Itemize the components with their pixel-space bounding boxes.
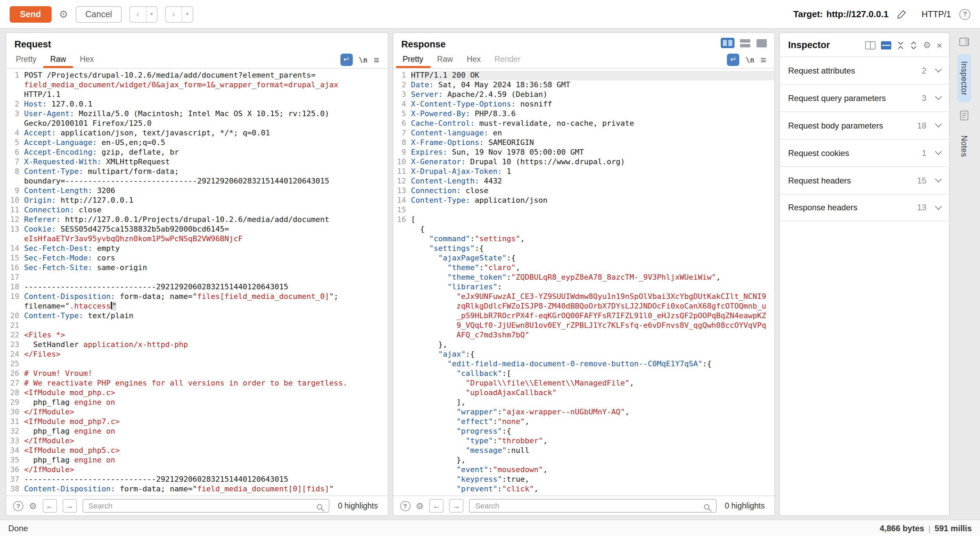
line-number	[393, 359, 411, 369]
inspector-header: Inspector ⚙ ×	[780, 33, 949, 56]
history-back-button[interactable]: ‹	[130, 6, 146, 22]
response-size: 4,866 bytes	[880, 523, 924, 533]
tab-request-pretty[interactable]: Pretty	[9, 51, 43, 68]
columns-layout-icon[interactable]	[721, 38, 735, 48]
line-number: 7	[393, 128, 411, 138]
response-search-input[interactable]	[475, 502, 700, 510]
line-number: 25	[6, 359, 24, 369]
chevron-down-icon	[935, 121, 942, 127]
search-settings-gear-icon[interactable]: ⚙	[29, 501, 37, 510]
request-search-input[interactable]	[88, 502, 313, 510]
line-number	[393, 311, 411, 321]
http-version-selector[interactable]: HTTP/1	[921, 9, 951, 19]
side-tab-inspector[interactable]: Inspector	[957, 54, 971, 102]
line-number: 30	[6, 408, 24, 417]
target-value: http://127.0.0.1	[826, 9, 889, 19]
line-number: 38	[6, 484, 24, 494]
code-line: 12Content-Length: 4432	[393, 177, 774, 186]
history-forward-dropdown-icon[interactable]: ▾	[182, 6, 192, 22]
code-line: 38Content-Disposition: form-data; name="…	[6, 484, 388, 494]
response-editor[interactable]: 1HTTP/1.1 200 OK2Date: Sat, 04 May 2024 …	[393, 69, 774, 495]
code-line: "keypress":true,	[393, 475, 774, 484]
burp-repeater-window: Send ⚙ Cancel ‹ ▾ › ▾ Target: http://127…	[0, 0, 980, 536]
rows-layout-icon[interactable]	[739, 38, 751, 48]
request-settings-gear-icon[interactable]: ⚙	[59, 9, 68, 19]
search-prev-button[interactable]: ←	[429, 499, 444, 513]
code-line: 31<IfModule mod_php7.c>	[6, 417, 388, 427]
line-number	[393, 388, 411, 398]
show-newlines-icon[interactable]: \n	[746, 56, 754, 63]
inspector-rows-layout-icon[interactable]	[881, 41, 891, 49]
code-line: 9_VQqLf0-JjUEwn8U1ov0EY_rZPBLJ1Yc7KLFsfq…	[393, 321, 774, 331]
expand-all-icon[interactable]	[910, 41, 917, 49]
line-number: 13	[393, 186, 411, 196]
editor-menu-icon[interactable]: ≡	[760, 54, 766, 65]
line-number: 36	[6, 465, 24, 475]
line-number	[393, 436, 411, 446]
inspector-section-request-attributes[interactable]: Request attributes2	[780, 56, 949, 84]
line-number	[393, 408, 411, 417]
code-line: 13Cookie: SESS05d4275ca1538832b5ab92000b…	[6, 225, 388, 234]
code-line: {	[393, 225, 774, 234]
code-line: 11X-Drupal-Ajax-Token: 1	[393, 167, 774, 177]
inspector-section-request-query-parameters[interactable]: Request query parameters3	[780, 84, 949, 111]
code-line: "callback":[	[393, 369, 774, 379]
edit-target-pencil-icon[interactable]	[897, 9, 907, 19]
line-number	[393, 273, 411, 282]
soft-wrap-icon[interactable]: ↵	[340, 53, 352, 66]
show-newlines-icon[interactable]: \n	[359, 56, 367, 63]
tab-request-raw[interactable]: Raw	[43, 51, 73, 68]
section-label: Request headers	[788, 176, 851, 185]
search-help-icon[interactable]: ?	[400, 501, 410, 511]
inspector-sections: Request attributes2Request query paramet…	[780, 56, 949, 221]
inspector-section-response-headers[interactable]: Response headers13	[780, 194, 949, 221]
search-settings-gear-icon[interactable]: ⚙	[416, 501, 424, 510]
search-prev-button[interactable]: ←	[42, 499, 57, 513]
tab-response-pretty[interactable]: Pretty	[396, 51, 430, 68]
inspector-settings-gear-icon[interactable]: ⚙	[923, 41, 931, 49]
code-line: "ajax":{	[393, 350, 774, 359]
tab-request-hex[interactable]: Hex	[73, 51, 101, 68]
history-back-dropdown-icon[interactable]: ▾	[146, 6, 157, 22]
history-back-group: ‹ ▾	[129, 6, 158, 22]
tab-response-render[interactable]: Render	[488, 51, 527, 68]
tab-response-raw[interactable]: Raw	[430, 51, 460, 68]
line-number: 32	[6, 427, 24, 436]
dock-right-icon[interactable]	[959, 38, 969, 46]
line-number: 7	[6, 157, 24, 167]
response-tabs: Pretty Raw Hex Render ↵ \n ≡	[393, 51, 774, 69]
search-next-button[interactable]: →	[449, 499, 463, 513]
section-label: Request attributes	[788, 66, 855, 75]
inspector-section-request-headers[interactable]: Request headers15	[780, 166, 949, 194]
editor-menu-icon[interactable]: ≡	[374, 54, 379, 65]
code-line: 20Content-Type: text/plain	[6, 311, 388, 321]
code-line: Gecko/20100101 Firefox/125.0	[6, 119, 388, 128]
inspector-section-request-body-parameters[interactable]: Request body parameters18	[780, 111, 949, 139]
code-line: "eJx9UNFuwzAI_CE3-YZ9SUUIWdmw8Qyu1n19nSp…	[393, 292, 774, 302]
line-number: 3	[6, 109, 24, 119]
tab-response-hex[interactable]: Hex	[460, 51, 488, 68]
section-count: 3	[922, 93, 926, 103]
search-next-button[interactable]: →	[62, 499, 77, 513]
single-pane-layout-icon[interactable]	[756, 38, 767, 48]
toolbar: Send ⚙ Cancel ‹ ▾ › ▾ Target: http://127…	[0, 0, 980, 29]
code-line: 3User-Agent: Mozilla/5.0 (Macintosh; Int…	[6, 109, 388, 119]
request-editor[interactable]: 1POST /Projects/drupal-10.2.6/media/add/…	[6, 69, 388, 495]
section-count: 13	[917, 203, 926, 212]
search-help-icon[interactable]: ?	[13, 501, 23, 511]
soft-wrap-icon[interactable]: ↵	[727, 53, 739, 66]
collapse-all-icon[interactable]	[897, 41, 904, 49]
code-line: 30</IfModule>	[6, 408, 388, 417]
line-number: 26	[6, 369, 24, 379]
inspector-columns-layout-icon[interactable]	[865, 41, 875, 49]
cancel-button[interactable]: Cancel	[76, 6, 122, 22]
history-forward-button[interactable]: ›	[166, 6, 182, 22]
inspector-close-icon[interactable]: ×	[937, 40, 942, 50]
notes-icon[interactable]	[960, 111, 968, 120]
side-tab-notes[interactable]: Notes	[957, 128, 971, 164]
line-number: 12	[6, 215, 24, 225]
line-number	[393, 254, 411, 263]
send-button[interactable]: Send	[10, 6, 51, 22]
help-icon[interactable]: ?	[959, 9, 970, 20]
inspector-section-request-cookies[interactable]: Request cookies1	[780, 139, 949, 166]
